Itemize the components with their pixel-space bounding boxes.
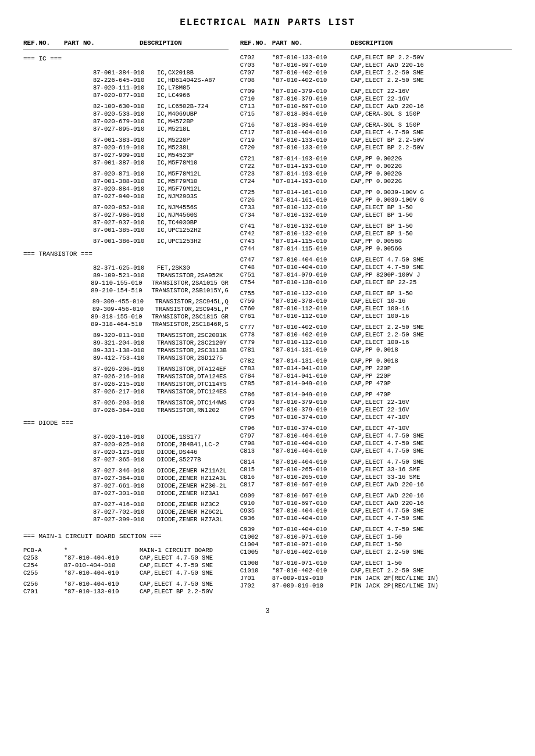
- list-item: PCB-A*MAIN-1 CIRCUIT BOARD: [23, 547, 229, 554]
- part-no: *87-018-034-010: [272, 121, 351, 128]
- ref-no: [23, 373, 64, 380]
- ref-no: C815: [240, 466, 272, 473]
- description: CAP,ELECT 1-50: [351, 560, 512, 567]
- ref-no: [23, 193, 64, 200]
- ref-no: C717: [240, 129, 272, 136]
- list-item: C701*87-010-133-010CAP,ELECT BP 2.2-50V: [23, 588, 229, 595]
- part-no: *87-010-697-010: [272, 103, 351, 110]
- list-item: 87-020-110-010DIODE,1SS177: [23, 433, 229, 440]
- part-no: *87-010-112-010: [272, 339, 351, 346]
- description: IC,M5F78M10: [157, 159, 229, 166]
- description: CAP,ELECT BP 1-50: [351, 230, 512, 237]
- list-item: C255*87-010-404-010CAP,ELECT 4.7-50 SME: [23, 569, 229, 576]
- part-no: 87-009-019-010: [272, 582, 351, 589]
- description: DIODE,ZENER HZ3A1: [157, 490, 229, 497]
- part-no: 87-026-216-010: [64, 373, 157, 380]
- part-no: *87-010-402-010: [272, 567, 351, 574]
- ref-no: [23, 280, 62, 286]
- part-no: *87-010-374-010: [272, 414, 351, 421]
- list-item: 89-309-455-010TRANSISTOR,2SC945L,Q: [23, 298, 229, 305]
- ref-no: C733: [240, 204, 272, 211]
- part-no: 89-320-011-010: [64, 332, 157, 339]
- table-row: C710*87-010-379-010CAP,ELECT 22-16V: [240, 95, 512, 102]
- list-item: C256*87-010-404-010CAP,ELECT 4.7-50 SME: [23, 581, 229, 587]
- part-no: 87-027-986-010: [64, 212, 157, 218]
- ref-no: C782: [240, 357, 272, 364]
- ref-no: C707: [240, 69, 272, 76]
- description: CAP,ELECT 4.7-50 SME: [351, 515, 512, 522]
- description: DIODE,ZENER HZ11A2L: [157, 467, 229, 474]
- list-item: 89-320-011-010TRANSISTOR,2SC2001K: [23, 332, 229, 339]
- part-no: 82-226-645-010: [64, 77, 157, 84]
- list-item: 87-020-877-010IC,LC4966: [23, 92, 229, 99]
- description: CAP,ELECT AWD 220-16: [351, 103, 512, 110]
- left-col-desc-header: DESCRIPTION: [140, 40, 229, 46]
- part-no: *87-014-193-010: [272, 178, 351, 185]
- ref-no: C253: [23, 554, 64, 561]
- ref-no: C785: [240, 380, 272, 387]
- part-no: 87-020-025-010: [64, 441, 157, 448]
- description: DIODE,ZENER HZ30-2L: [157, 482, 229, 489]
- description: CAP,ELECT 2.2-50 SME: [351, 549, 512, 556]
- part-no: 87-001-387-010: [64, 159, 157, 166]
- part-no: *87-010-071-010: [272, 560, 351, 567]
- ref-no: [23, 84, 64, 91]
- part-no: 89-309-455-010: [63, 298, 155, 305]
- description: CAP,PP 0.0018: [351, 357, 512, 364]
- part-no: *87-014-161-010: [272, 196, 351, 203]
- part-no: 82-100-630-010: [64, 103, 157, 110]
- description: CAP,ELECT 100-16: [351, 305, 512, 312]
- table-row: C794*87-010-379-010CAP,ELECT 22-16V: [240, 406, 512, 413]
- description: CAP,ELECT BP 1-50: [351, 212, 512, 218]
- table-row: C935*87-010-404-010CAP,ELECT 4.7-50 SME: [240, 507, 512, 514]
- description: IC,M5F78M12L: [157, 170, 229, 177]
- page-number: 3: [23, 607, 512, 615]
- ref-no: [23, 185, 64, 192]
- left-col-part-header: PART NO.: [64, 40, 140, 46]
- part-no: *87-010-379-010: [272, 406, 351, 413]
- table-row: C909*87-010-697-010CAP,ELECT AWD 220-16: [240, 492, 512, 499]
- ref-no: C1004: [240, 541, 272, 548]
- description: CAP,ELECT 2.2-50 SME: [351, 69, 512, 76]
- description: IC,M5238L: [157, 144, 229, 151]
- ref-no: C793: [240, 399, 272, 406]
- table-row: C761*87-010-112-010CAP,ELECT 100-16: [240, 313, 512, 320]
- part-no: *87-014-041-010: [272, 372, 351, 379]
- page-title: ELECTRICAL MAIN PARTS LIST: [23, 17, 512, 28]
- ref-no: [23, 321, 62, 328]
- table-row: J70187-009-019-010PIN JACK 2P(REC/LINE I…: [240, 575, 512, 582]
- part-no: *87-010-697-010: [272, 500, 351, 507]
- part-no: *87-010-402-010: [272, 77, 351, 84]
- description: TRANSISTOR,2SD1275: [157, 354, 229, 361]
- part-no: *87-010-071-010: [272, 533, 351, 540]
- part-no: *87-010-402-010: [272, 69, 351, 76]
- ref-no: C1010: [240, 567, 272, 574]
- ref-no: [23, 388, 64, 395]
- description: CAP,ELECT BP 2.2-50V: [140, 588, 229, 595]
- table-row: C702*87-010-133-010CAP,ELECT BP 2.2-50V: [240, 54, 512, 61]
- ref-no: C723: [240, 170, 272, 177]
- table-row: C708*87-010-402-010CAP,ELECT 2.2-50 SME: [240, 77, 512, 84]
- description: CAP,ELECT 4.7-50 SME: [351, 256, 512, 263]
- description: CAP,ELECT 22-16V: [351, 406, 512, 413]
- part-no: *87-014-049-010: [272, 380, 351, 387]
- ref-no: [23, 69, 64, 76]
- list-item: 87-020-619-010IC,M5238L: [23, 144, 229, 151]
- ref-no: [23, 272, 64, 279]
- ref-no: C742: [240, 230, 272, 237]
- ref-no: C1008: [240, 560, 272, 567]
- description: CAP,ELECT BP 1-50: [351, 223, 512, 230]
- description: DIODE,ZENER HZ6C2L: [157, 508, 229, 515]
- part-no: 87-027-416-010: [64, 501, 157, 508]
- part-no: 87-027-909-010: [64, 152, 157, 159]
- ref-no: [23, 287, 62, 294]
- description: DIODE,ZENER HZ12A3L: [157, 475, 229, 482]
- part-no: *87-010-374-010: [272, 425, 351, 432]
- description: CAP,PP 0.0022G: [351, 178, 512, 185]
- section-header: === IC ===: [23, 55, 229, 62]
- part-no: *87-010-132-010: [272, 212, 351, 218]
- list-item: 89-109-521-010TRANSISTOR,2SA952K: [23, 272, 229, 279]
- description: CAP,ELECT 4.7-50 SME: [140, 562, 229, 569]
- ref-no: [23, 399, 64, 406]
- ref-no: C797: [240, 432, 272, 439]
